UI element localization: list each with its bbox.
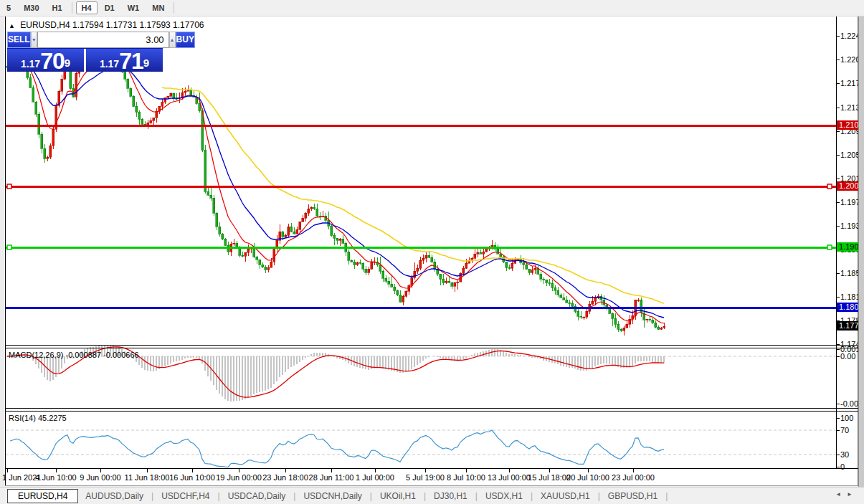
tab-usdchf-h4[interactable]: USDCHF,H4 xyxy=(154,490,217,503)
rsi-indicator-label: RSI(14) 45.2275 xyxy=(9,414,67,422)
timeframe-button-d1[interactable]: D1 xyxy=(99,1,120,14)
date-axis-label: 23 Jul 00:00 xyxy=(612,473,655,482)
tab-audusd-daily[interactable]: AUDUSD,Daily xyxy=(78,490,151,503)
buy-price-main: 71 xyxy=(119,51,143,71)
timeframe-button-h4[interactable]: H4 xyxy=(76,1,98,14)
ohlc-values: 1.17594 1.17731 1.17593 1.17706 xyxy=(72,20,204,30)
date-axis-label: 15 Jul 18:00 xyxy=(528,473,571,482)
timeframe-button-h1[interactable]: H1 xyxy=(47,1,68,14)
date-axis-label: 16 Jun 10:00 xyxy=(169,473,215,482)
buy-price-pip: 9 xyxy=(143,49,149,77)
date-axis-label: 4 Jun 10:00 xyxy=(35,473,77,482)
date-axis-label: 13 Jul 00:00 xyxy=(488,473,531,482)
tab-scroll-right-icon[interactable]: ► xyxy=(844,491,855,498)
date-axis-label: 19 Jun 00:00 xyxy=(216,473,262,482)
volume-decrease-button[interactable]: ▼ xyxy=(31,32,37,48)
date-axis-label: 5 Jul 19:00 xyxy=(406,473,445,482)
collapse-panel-icon[interactable]: ▲ xyxy=(9,22,15,29)
volume-input[interactable] xyxy=(37,32,169,48)
sell-button[interactable]: SELL xyxy=(7,32,31,48)
macd-indicator-label: MACD(12,26,9) -0.000887 -0.000666 xyxy=(9,351,139,359)
date-axis-label: 28 Jun 11:00 xyxy=(309,473,354,482)
volume-increase-button[interactable]: ▲ xyxy=(169,32,176,48)
rsi-axis-label: 100 xyxy=(840,414,853,422)
date-axis-label: 8 Jul 10:00 xyxy=(447,473,485,482)
tab-usdx-h1[interactable]: USDX,H1 xyxy=(478,490,530,503)
date-axis-label: 1 Jul 00:00 xyxy=(356,473,394,482)
date-axis-label: 20 Jul 10:00 xyxy=(566,473,609,482)
tab-usdcad-daily[interactable]: USDCAD,Daily xyxy=(221,490,293,503)
toolbar-separator xyxy=(174,2,174,14)
date-axis-label: 9 Jun 00:00 xyxy=(80,473,121,482)
tab-usdcnh-daily[interactable]: USDCNH,Daily xyxy=(296,490,369,503)
one-click-trading-panel: SELL ▼ ▲ BUY 1.17709 1.17719 xyxy=(7,32,163,72)
buy-button[interactable]: BUY xyxy=(176,32,195,48)
buy-price-box[interactable]: 1.17719 xyxy=(86,49,163,72)
mt4-terminal: { "toolbar": { "timeframes": [ {"label":… xyxy=(0,0,864,504)
chart-tab-bar: EURUSD,H4AUDUSD,Daily|USDCHF,H4|USDCAD,D… xyxy=(0,487,864,504)
timeframe-button-m30[interactable]: M30 xyxy=(18,1,44,14)
timeframe-button-5[interactable]: 5 xyxy=(1,1,16,14)
date-axis-label: 11 Jun 18:00 xyxy=(125,473,170,482)
sell-price-main: 70 xyxy=(40,51,65,71)
symbol-timeframe: EURUSD,H4 xyxy=(20,20,70,30)
tab-separator: | xyxy=(665,491,668,501)
tab-xauusd-h1[interactable]: XAUUSD,H1 xyxy=(533,490,597,503)
timeframe-button-w1[interactable]: W1 xyxy=(122,1,146,14)
tab-scroll-arrows: ◄► xyxy=(832,491,855,498)
rsi-axis-label: 30 xyxy=(840,450,849,459)
date-axis-label: 23 Jun 18:00 xyxy=(262,473,308,482)
bid-ask-prices: 1.17709 1.17719 xyxy=(7,49,163,72)
timeframe-toolbar: 5M30H1H4D1W1MN xyxy=(0,0,864,16)
buy-price-prefix: 1.17 xyxy=(100,57,119,71)
timeframe-button-mn[interactable]: MN xyxy=(146,1,170,14)
tab-eurusd-h4[interactable]: EURUSD,H4 xyxy=(7,489,78,503)
sell-price-pip: 9 xyxy=(65,49,70,77)
trade-controls-row: SELL ▼ ▲ BUY xyxy=(7,32,163,48)
tab-dj30-h1[interactable]: DJ30,H1 xyxy=(427,490,475,503)
tab-ukoil-h1[interactable]: UKOil,H1 xyxy=(373,490,423,503)
rsi-axis-label: 70 xyxy=(840,426,849,434)
toolbar-separator xyxy=(72,2,72,14)
sell-price-box[interactable]: 1.17709 xyxy=(7,49,84,72)
rsi-axis-label: 0 xyxy=(840,462,845,471)
chart-symbol-title: ▲ EURUSD,H4 1.17594 1.17731 1.17593 1.17… xyxy=(9,20,204,30)
tab-scroll-left-icon[interactable]: ◄ xyxy=(832,491,844,498)
sell-price-prefix: 1.17 xyxy=(21,57,40,71)
macd-axis-label: 0.00 xyxy=(840,352,855,361)
tab-gbpusd-h1[interactable]: GBPUSD,H1 xyxy=(601,490,665,503)
window-right-edge xyxy=(858,0,864,504)
